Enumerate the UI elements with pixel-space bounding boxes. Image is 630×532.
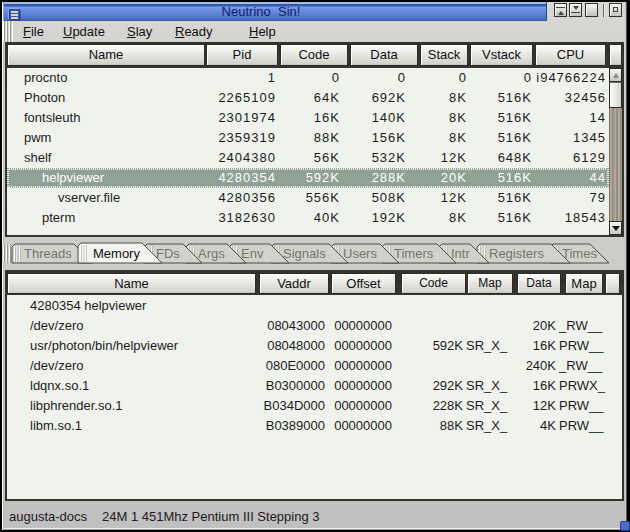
svg-text:Args: Args: [198, 246, 225, 261]
svg-text:Memory: Memory: [93, 246, 140, 261]
svg-text:Times: Times: [562, 246, 597, 261]
svg-text:Registers: Registers: [489, 246, 544, 261]
svg-text:Threads: Threads: [24, 246, 72, 261]
svg-text:Timers: Timers: [394, 246, 434, 261]
svg-text:Intr: Intr: [451, 246, 470, 261]
svg-text:Signals: Signals: [283, 246, 326, 261]
svg-text:FDs: FDs: [156, 246, 180, 261]
svg-text:Env: Env: [241, 246, 264, 261]
svg-text:Users: Users: [343, 246, 377, 261]
